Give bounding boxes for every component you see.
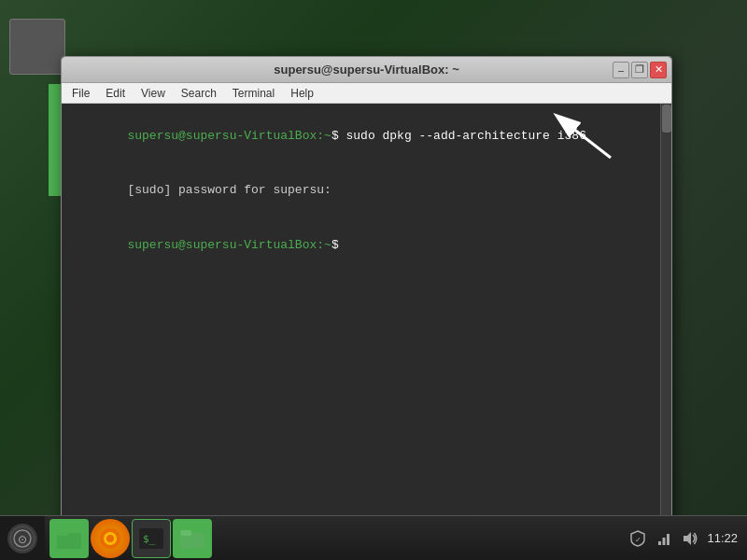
- taskbar-apps: $_: [45, 519, 217, 558]
- volume-icon: [681, 531, 699, 546]
- window-title: supersu@supersu-VirtualBox: ~: [274, 63, 458, 77]
- menu-help[interactable]: Help: [285, 85, 319, 102]
- prompt-symbol-1: $: [331, 129, 339, 143]
- terminal-window: supersu@supersu-VirtualBox: ~ – ❐ ✕ File…: [61, 56, 672, 541]
- menu-bar: File Edit View Search Terminal Help: [62, 83, 671, 104]
- minimize-button[interactable]: –: [613, 62, 629, 78]
- taskbar-system-tray: ✓ 11:22: [628, 531, 747, 546]
- terminal-line-2: [sudo] password for supersu:: [69, 163, 664, 218]
- arrow-annotation: [545, 111, 620, 167]
- svg-rect-15: [180, 533, 204, 549]
- terminal-content[interactable]: supersu@supersu-VirtualBox:~$ sudo dpkg …: [62, 104, 671, 540]
- prompt-dir-3: ~: [324, 238, 331, 252]
- prompt-symbol-3: $: [331, 238, 339, 252]
- taskbar: ⊙: [0, 515, 747, 560]
- svg-rect-17: [658, 541, 661, 545]
- prompt-user-1: supersu@supersu-VirtualBox:: [127, 129, 324, 143]
- svg-rect-18: [663, 538, 666, 545]
- svg-rect-7: [57, 533, 81, 549]
- svg-text:$_: $_: [143, 533, 156, 545]
- menu-view[interactable]: View: [135, 85, 171, 102]
- prompt-user-3: supersu@supersu-VirtualBox:: [127, 238, 324, 252]
- sudo-password-prompt: [sudo] password for supersu:: [127, 183, 331, 197]
- svg-text:⊙: ⊙: [18, 533, 27, 546]
- taskbar-firefox-app[interactable]: [91, 519, 130, 558]
- taskbar-filemanager-app[interactable]: [173, 519, 212, 558]
- menu-edit[interactable]: Edit: [100, 85, 131, 102]
- svg-rect-19: [667, 534, 669, 545]
- svg-point-10: [106, 535, 114, 542]
- network-icon: [655, 531, 673, 546]
- svg-text:✓: ✓: [635, 536, 641, 544]
- start-icon: ⊙: [7, 524, 37, 553]
- prompt-dir-1: ~: [324, 129, 331, 143]
- start-button[interactable]: ⊙: [0, 516, 45, 561]
- menu-file[interactable]: File: [66, 85, 95, 102]
- taskbar-terminal-app[interactable]: $_: [132, 519, 171, 558]
- scrollbar[interactable]: [660, 104, 671, 540]
- desktop: supersu@supersu-VirtualBox: ~ – ❐ ✕ File…: [0, 0, 747, 560]
- system-clock: 11:22: [707, 531, 738, 545]
- svg-line-1: [569, 125, 611, 158]
- shield-icon: ✓: [628, 531, 647, 546]
- restore-button[interactable]: ❐: [631, 62, 648, 78]
- cursor: [339, 238, 346, 252]
- taskbar-folder-app[interactable]: [49, 519, 89, 558]
- menu-terminal[interactable]: Terminal: [227, 85, 280, 102]
- window-controls: – ❐ ✕: [613, 62, 667, 78]
- close-button[interactable]: ✕: [650, 62, 667, 78]
- title-bar: supersu@supersu-VirtualBox: ~ – ❐ ✕: [62, 57, 671, 83]
- svg-marker-20: [684, 532, 691, 545]
- terminal-line-3: supersu@supersu-VirtualBox:~$: [69, 217, 664, 273]
- desktop-icon: [9, 19, 65, 75]
- menu-search[interactable]: Search: [176, 85, 222, 102]
- scroll-thumb[interactable]: [662, 105, 671, 133]
